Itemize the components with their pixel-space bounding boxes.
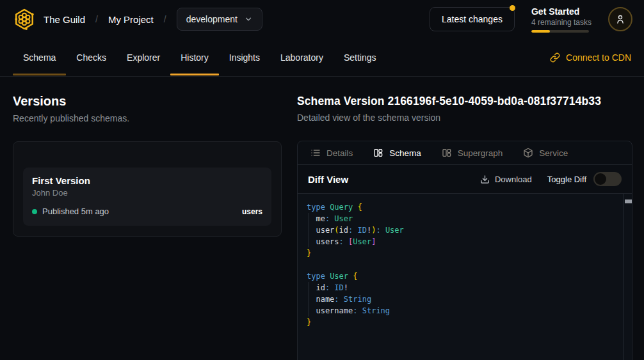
diff-view-title: Diff View — [308, 174, 348, 185]
nav-tab-label: Schema — [23, 52, 56, 63]
versions-card: First Version John Doe Published 5m ago … — [13, 141, 282, 237]
latest-changes-label: Latest changes — [442, 14, 503, 24]
get-started-subtitle: 4 remaining tasks — [531, 18, 592, 27]
nav-tab-label: Laboratory — [280, 52, 323, 63]
target-selector[interactable]: development — [177, 8, 262, 31]
breadcrumb: The Guild / My Project / — [44, 14, 166, 25]
detail-tab-supergraph[interactable]: Supergraph — [442, 148, 503, 158]
nav-tab-settings[interactable]: Settings — [334, 38, 387, 76]
connect-to-cdn-button[interactable]: Connect to CDN — [550, 38, 631, 76]
download-icon — [480, 175, 490, 184]
schema-code: type Query { me: User user(id: ID!): Use… — [307, 201, 619, 328]
version-status: Published 5m ago — [42, 207, 109, 216]
diff-actions: Download Toggle Diff — [480, 172, 622, 186]
detail-tabs: Details Schema — [298, 141, 632, 165]
download-label: Download — [495, 175, 532, 184]
schema-detail-card: Details Schema — [297, 141, 632, 360]
get-started-widget[interactable]: Get Started 4 remaining tasks — [531, 6, 592, 33]
code-scrollbar-thumb[interactable] — [625, 200, 632, 203]
detail-tab-label: Schema — [389, 148, 421, 158]
breadcrumb-project[interactable]: My Project — [108, 14, 154, 25]
version-status-row: Published 5m ago users — [32, 207, 262, 216]
nav-tab-label: Checks — [76, 52, 106, 63]
version-name: First Version — [32, 175, 262, 186]
detail-tab-label: Supergraph — [458, 148, 503, 158]
tab-underline-dim — [13, 74, 66, 75]
toggle-diff-label: Toggle Diff — [547, 175, 586, 184]
nav-tab-checks[interactable]: Checks — [66, 38, 117, 76]
schema-version-subtitle: Detailed view of the schema version — [297, 113, 632, 123]
nav-tab-label: Settings — [344, 52, 376, 63]
detail-tab-label: Service — [539, 148, 568, 158]
nav-tab-insights[interactable]: Insights — [219, 38, 270, 76]
version-detail-panel: Schema Version 2166196f-5e10-4059-bd0a-0… — [282, 77, 644, 360]
breadcrumb-separator: / — [95, 14, 98, 24]
breadcrumb-org[interactable]: The Guild — [44, 14, 85, 25]
tab-underline-active — [170, 74, 219, 75]
columns-icon — [442, 148, 452, 158]
version-list-item[interactable]: First Version John Doe Published 5m ago … — [23, 168, 271, 226]
columns-icon — [373, 148, 383, 158]
nav-tab-label: Insights — [229, 52, 260, 63]
list-icon — [310, 148, 321, 158]
nav-tab-history[interactable]: History — [170, 38, 219, 76]
published-status-dot — [32, 209, 37, 214]
indent-guide — [309, 282, 309, 317]
guild-logo-icon[interactable] — [12, 6, 37, 32]
version-author: John Doe — [32, 188, 262, 198]
nav-tab-explorer[interactable]: Explorer — [117, 38, 170, 76]
indent-guide — [309, 213, 309, 247]
header: The Guild / My Project / development Lat… — [0, 0, 644, 38]
code-scrollbar[interactable] — [624, 194, 632, 360]
get-started-title: Get Started — [531, 6, 592, 17]
get-started-progressbar — [531, 30, 589, 33]
main-content: Versions Recently published schemas. Fir… — [0, 77, 644, 360]
detail-tab-schema[interactable]: Schema — [373, 148, 421, 158]
schema-code-viewer[interactable]: type Query { me: User user(id: ID!): Use… — [298, 194, 632, 360]
user-avatar[interactable] — [608, 7, 632, 31]
nav-tab-label: History — [181, 52, 209, 63]
connect-to-cdn-label: Connect to CDN — [566, 52, 631, 63]
chevron-down-icon — [244, 15, 253, 24]
latest-changes-button[interactable]: Latest changes — [430, 7, 515, 31]
header-right: Latest changes Get Started 4 remaining t… — [430, 6, 632, 33]
versions-panel: Versions Recently published schemas. Fir… — [0, 77, 282, 360]
breadcrumb-separator: / — [164, 14, 166, 24]
link-icon — [550, 52, 560, 63]
switch-knob — [595, 173, 606, 185]
versions-title: Versions — [13, 94, 282, 109]
notification-dot — [510, 5, 515, 11]
nav-tab-schema[interactable]: Schema — [13, 38, 66, 76]
schema-version-title: Schema Version 2166196f-5e10-4059-bd0a-0… — [297, 95, 632, 108]
main-nav: Schema Checks Explorer History Insights … — [0, 38, 644, 77]
detail-tab-label: Details — [326, 148, 353, 158]
nav-tab-laboratory[interactable]: Laboratory — [270, 38, 334, 76]
download-button[interactable]: Download — [480, 175, 532, 184]
detail-tab-details[interactable]: Details — [310, 148, 353, 158]
diff-header: Diff View Download Toggle D — [298, 165, 632, 194]
toggle-diff-switch[interactable] — [593, 172, 622, 186]
nav-tab-label: Explorer — [127, 52, 160, 63]
target-selector-value: development — [186, 14, 237, 24]
user-icon — [615, 13, 626, 25]
versions-subtitle: Recently published schemas. — [13, 113, 282, 123]
box-icon — [523, 148, 533, 158]
detail-tab-service[interactable]: Service — [523, 148, 568, 158]
version-service-name: users — [242, 207, 262, 216]
toggle-diff-control: Toggle Diff — [547, 172, 622, 186]
progress-fill — [531, 30, 550, 33]
